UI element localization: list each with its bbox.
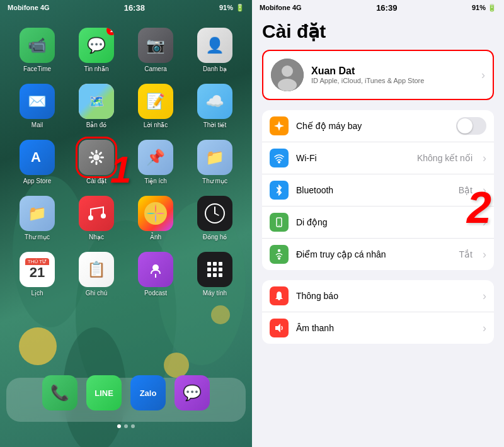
app-icon-messages[interactable]: 💬1Tin nhắn [69,28,123,72]
settings-group-connectivity: Chế độ máy bayWi-FiKhông kết nối›Bluetoo… [262,110,494,270]
app-icon-tinichai[interactable]: 📌Tiện ích [129,140,183,184]
setting-chevron-hotspot: › [483,248,486,261]
svg-rect-18 [207,262,211,266]
settings-row-wifi[interactable]: Wi-FiKhông kết nối› [262,142,494,174]
settings-row-airplane[interactable]: Chế độ máy bay [262,110,494,142]
svg-point-1 [93,154,100,161]
app-img-podcast [138,252,173,287]
dock-phone[interactable]: 📞 [42,375,77,410]
app-label-camera: Camera [144,65,167,72]
setting-icon-airplane [270,116,289,135]
app-label-reminder: Ghi chú [86,290,107,297]
app-icon-calc[interactable]: Máy tính [188,252,242,297]
right-battery: 91% 🔋 [472,4,496,12]
app-img-weather: ☁️ [197,84,232,119]
app-img-tinichai: 📌 [138,140,173,175]
toggle-airplane[interactable] [456,117,486,135]
svg-point-33 [278,257,280,259]
dot-3 [131,424,135,428]
user-chevron-icon: › [481,69,485,82]
app-icon-music[interactable]: Nhạc [69,196,123,240]
app-img-reminder: 📋 [79,252,114,287]
setting-chevron-wifi: › [483,152,486,165]
badge-messages: 1 [106,28,114,35]
settings-group-notifications: Thông báo›Âm thanh› [262,280,494,344]
svg-rect-26 [219,273,222,277]
app-icon-appstore[interactable]: AApp Store [10,140,64,184]
app-icon-folder2[interactable]: 📁Thư mục [10,196,64,240]
svg-rect-19 [213,262,217,266]
app-icon-photos[interactable]: Ảnh [129,196,183,240]
svg-marker-35 [275,324,280,332]
dock-zalo-icon: Zalo [130,375,166,410]
svg-rect-7 [90,159,94,163]
setting-label-airplane: Chế độ máy bay [296,121,449,131]
app-label-maps: Bản đồ [86,122,107,128]
left-status-bar: Mobifone 4G 16:38 91% 🔋 [0,0,252,15]
svg-point-30 [278,161,280,162]
app-icon-reminder[interactable]: 📋Ghi chú [69,252,123,297]
app-img-clock [197,196,232,231]
settings-row-sound[interactable]: Âm thanh› [262,312,494,344]
carrier-text: Mobifone 4G [8,4,50,11]
app-label-calendar: Lịch [31,290,43,297]
app-icon-podcast[interactable]: Podcast [129,252,183,297]
dock-zalo[interactable]: Zalo [130,375,166,410]
app-icon-facetime[interactable]: 📹FaceTime [10,28,64,72]
dock-line[interactable]: LINE [86,375,122,410]
app-label-contacts: Danh bạ [203,65,227,72]
app-icon-folder[interactable]: 📁Thư mục [188,140,242,184]
app-img-appstore: A [20,140,55,175]
app-label-weather: Thời tiết [203,122,226,128]
app-icon-weather[interactable]: ☁️Thời tiết [188,84,242,128]
svg-point-32 [278,225,280,226]
app-img-notes: 📝 [138,84,173,119]
svg-rect-22 [213,268,217,271]
app-img-calendar: ТНÚ TƯ21 [20,252,55,287]
app-icon-notes[interactable]: 📝Lời nhắc [129,84,183,128]
toggle-thumb-airplane [457,118,472,133]
step-1-label: 1 [110,148,131,191]
setting-value-hotspot: Tắt [459,249,472,259]
svg-rect-25 [213,273,217,277]
user-subtitle: ID Apple, iCloud, iTunes & App Store [311,77,474,84]
setting-value-wifi: Không kết nối [417,153,472,163]
dock-messenger[interactable]: 💬 [175,375,210,410]
app-icon-contacts[interactable]: 👤Danh bạ [188,28,242,72]
right-carrier: Mobifone 4G [260,4,302,11]
user-info: Xuan Dat ID Apple, iCloud, iTunes & App … [311,65,474,84]
app-icon-mail[interactable]: ✉️Mail [10,84,64,128]
svg-line-15 [215,213,219,215]
dock-messenger-icon: 💬 [175,375,210,410]
battery-icon: 🔋 [236,4,244,12]
settings-row-mobile[interactable]: Di động› [262,207,494,239]
svg-text:A: A [31,149,41,165]
setting-icon-notification [270,286,289,305]
dock-line-icon: LINE [86,375,122,410]
setting-label-hotspot: Điểm truy cập cá nhân [296,249,452,259]
right-status-bar: Mobifone 4G 16:39 91% 🔋 [252,0,504,15]
app-icon-clock[interactable]: Đồng hồ [188,196,242,240]
svg-rect-20 [219,262,222,266]
app-label-notes: Lời nhắc [144,122,168,128]
settings-row-notification[interactable]: Thông báo› [262,280,494,312]
settings-row-bluetooth[interactable]: BluetoothBật› [262,174,494,207]
user-profile-row[interactable]: Xuan Dat ID Apple, iCloud, iTunes & App … [262,50,494,100]
app-label-folder: Thư mục [202,178,227,184]
setting-icon-sound [270,319,289,337]
settings-row-hotspot[interactable]: Điểm truy cập cá nhânTắt› [262,239,494,270]
app-img-facetime: 📹 [20,28,55,63]
app-icon-calendar[interactable]: ТНÚ TƯ21Lịch [10,252,64,297]
app-label-podcast: Podcast [144,290,167,297]
setting-label-bluetooth: Bluetooth [296,185,451,195]
setting-label-sound: Âm thanh [296,323,475,333]
svg-rect-2 [96,150,98,154]
dock-phone-icon: 📞 [42,375,77,410]
app-label-clock: Đồng hồ [203,234,227,240]
app-icon-camera[interactable]: 📷Camera [129,28,183,72]
user-name: Xuan Dat [311,65,474,77]
app-icon-maps[interactable]: 🗺️Bản đồ [69,84,123,128]
app-label-tinichai: Tiện ích [144,178,167,184]
app-img-calc [197,252,232,287]
dot-1 [117,424,121,428]
